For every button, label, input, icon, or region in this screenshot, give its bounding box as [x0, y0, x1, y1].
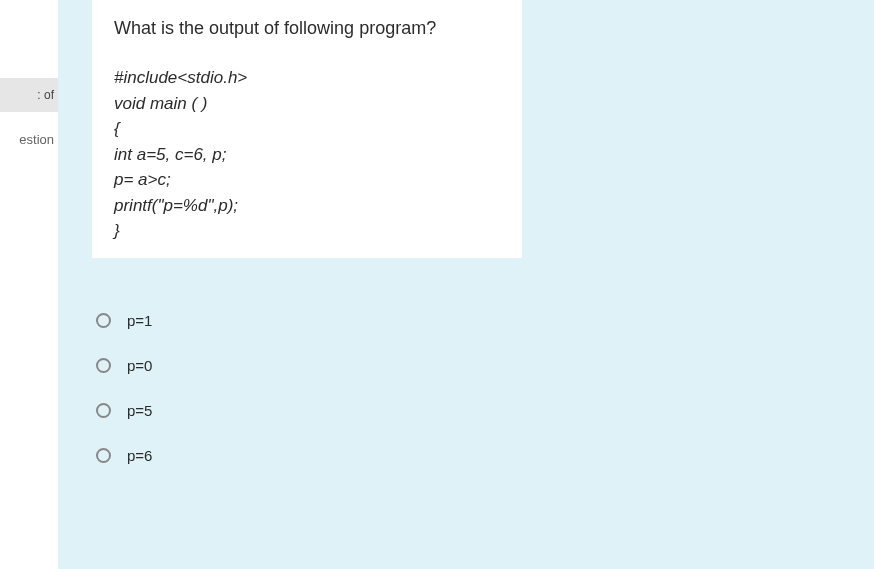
- page-container: : of estion What is the output of follow…: [0, 0, 874, 569]
- radio-icon: [96, 358, 111, 373]
- radio-icon: [96, 313, 111, 328]
- code-line-7: }: [114, 218, 500, 244]
- code-line-1: #include<stdio.h>: [114, 65, 500, 91]
- option-label: p=1: [127, 312, 152, 329]
- sidebar-item-of[interactable]: : of: [0, 78, 58, 112]
- code-line-5: p= a>c;: [114, 167, 500, 193]
- sidebar-item-label: estion: [19, 132, 54, 147]
- option-label: p=5: [127, 402, 152, 419]
- options-group: p=1 p=0 p=5 p=6: [92, 298, 854, 478]
- code-line-2: void main ( ): [114, 91, 500, 117]
- sidebar: : of estion: [0, 0, 58, 569]
- option-p6[interactable]: p=6: [96, 433, 854, 478]
- option-p0[interactable]: p=0: [96, 343, 854, 388]
- option-label: p=6: [127, 447, 152, 464]
- question-box: What is the output of following program?…: [92, 0, 522, 258]
- main-panel: What is the output of following program?…: [58, 0, 874, 569]
- code-line-6: printf("p=%d",p);: [114, 193, 500, 219]
- code-line-3: {: [114, 116, 500, 142]
- radio-icon: [96, 403, 111, 418]
- question-title: What is the output of following program?: [114, 18, 500, 39]
- radio-icon: [96, 448, 111, 463]
- option-label: p=0: [127, 357, 152, 374]
- sidebar-item-question[interactable]: estion: [0, 116, 58, 153]
- option-p5[interactable]: p=5: [96, 388, 854, 433]
- option-p1[interactable]: p=1: [96, 298, 854, 343]
- sidebar-item-label: : of: [37, 88, 54, 102]
- code-line-4: int a=5, c=6, p;: [114, 142, 500, 168]
